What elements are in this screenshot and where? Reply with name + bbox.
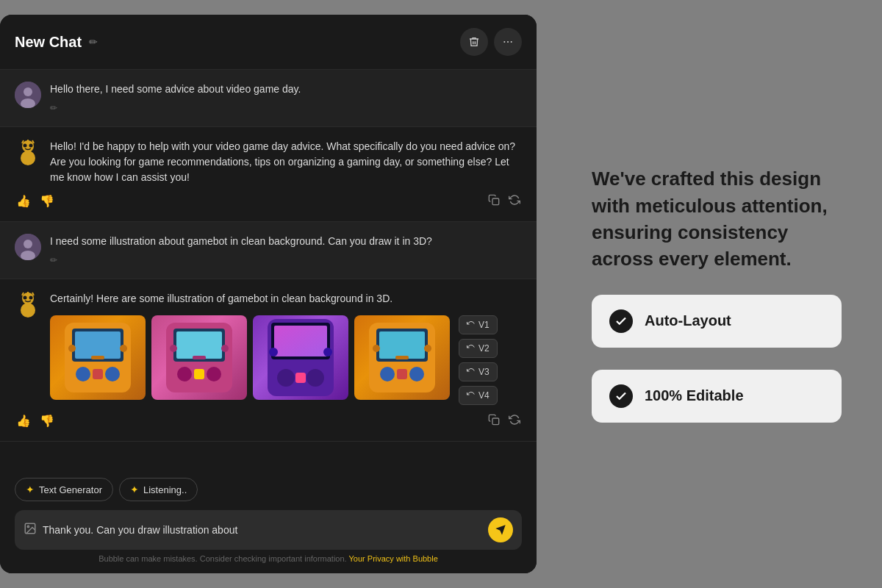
listening-button[interactable]: ✦ Listening.. [119, 478, 198, 501]
message-block-2: Hello! I'd be happy to help with your vi… [0, 127, 537, 222]
svg-point-50 [323, 348, 332, 356]
game-image-4 [354, 315, 450, 400]
svg-point-46 [277, 369, 295, 387]
editable-label: 100% Editable [645, 387, 744, 404]
svg-point-8 [24, 144, 27, 148]
chat-toolbar: ✦ Text Generator ✦ Listening.. [0, 470, 537, 506]
user-avatar-2 [15, 234, 41, 260]
thumbs-down-button-4[interactable]: 👎 [38, 412, 56, 429]
svg-point-27 [76, 367, 90, 381]
right-panel: We've crafted this design with meticulou… [551, 0, 882, 588]
svg-point-37 [207, 367, 221, 381]
message-text-3: I need some illustration about gamebot i… [50, 235, 432, 247]
thumbs-down-button-2[interactable]: 👎 [38, 193, 56, 209]
version-v1-button[interactable]: V1 [459, 315, 498, 334]
v3-label: V3 [478, 367, 490, 377]
svg-point-54 [380, 367, 395, 381]
svg-point-17 [21, 303, 35, 318]
ai-avatar-2 [15, 291, 41, 318]
version-v2-button[interactable]: V2 [459, 339, 498, 358]
disclaimer-text: Bubble can make mistakes. Consider check… [15, 550, 522, 566]
listening-label: Listening.. [143, 484, 187, 495]
svg-point-2 [511, 41, 512, 43]
chat-panel: New Chat ✏ [0, 0, 551, 588]
disclaimer-main: Bubble can make mistakes. Consider check… [98, 554, 347, 563]
image-grid: V1 V2 [50, 315, 522, 405]
copy-refresh-buttons-2 [487, 193, 522, 209]
message-input[interactable] [43, 524, 482, 536]
svg-point-39 [170, 345, 177, 352]
message-text-1: Hello there, I need some advice about vi… [50, 83, 301, 95]
svg-point-6 [21, 151, 35, 165]
messages-container: Hello there, I need some advice about vi… [0, 70, 537, 470]
header-actions [460, 28, 522, 56]
more-options-button[interactable] [494, 28, 522, 56]
svg-rect-13 [492, 198, 499, 205]
v2-label: V2 [478, 343, 490, 354]
message-block-4: Certainly! Here are some illustration of… [0, 279, 537, 442]
auto-layout-label: Auto-Layout [645, 312, 731, 329]
copy-button-2[interactable] [487, 193, 501, 209]
message-block-1: Hello there, I need some advice about vi… [0, 70, 537, 127]
text-generator-label: Text Generator [39, 484, 102, 495]
chat-header: New Chat ✏ [0, 15, 537, 70]
edit-title-icon[interactable]: ✏ [89, 36, 98, 48]
svg-point-55 [409, 367, 424, 381]
svg-point-19 [24, 296, 27, 300]
svg-point-9 [29, 144, 33, 148]
message-content-2: Hello! I'd be happy to help with your vi… [50, 139, 522, 185]
message-row-3: I need some illustration about gamebot i… [15, 234, 522, 267]
svg-rect-53 [379, 331, 425, 359]
editable-card[interactable]: 100% Editable [592, 370, 842, 423]
send-button[interactable] [488, 517, 513, 542]
delete-chat-button[interactable] [460, 28, 488, 56]
message-content-1: Hello there, I need some advice about vi… [50, 82, 522, 115]
message-actions-4: 👍 👎 [15, 412, 522, 429]
message-row-4: Certainly! Here are some illustration of… [15, 291, 522, 405]
svg-rect-29 [93, 369, 103, 379]
chat-input-area: Bubble can make mistakes. Consider check… [0, 506, 537, 573]
refresh-button-2[interactable] [507, 193, 522, 209]
reaction-buttons-2: 👍 👎 [15, 193, 56, 209]
version-v4-button[interactable]: V4 [459, 386, 498, 405]
version-v3-button[interactable]: V3 [459, 362, 498, 381]
message-content-3: I need some illustration about gamebot i… [50, 234, 522, 267]
refresh-button-4[interactable] [507, 412, 522, 429]
svg-point-20 [29, 296, 33, 300]
message-content-4: Certainly! Here are some illustration of… [50, 291, 522, 405]
chat-title-area: New Chat ✏ [15, 34, 98, 51]
svg-rect-38 [194, 369, 204, 379]
privacy-link[interactable]: Your Privacy with Bubble [349, 554, 438, 563]
svg-rect-26 [75, 331, 121, 359]
v1-label: V1 [478, 320, 490, 330]
chat-window: New Chat ✏ [0, 15, 537, 573]
sparkle-icon-2: ✦ [130, 484, 139, 495]
chat-title: New Chat [15, 34, 82, 51]
svg-point-57 [373, 345, 380, 352]
thumbs-up-button-2[interactable]: 👍 [15, 193, 32, 209]
thumbs-up-button-4[interactable]: 👍 [15, 412, 32, 429]
game-image-3 [253, 315, 348, 400]
svg-point-0 [503, 41, 505, 43]
message-edit-icon-1[interactable]: ✏ [50, 101, 522, 115]
copy-refresh-buttons-4 [487, 412, 522, 429]
game-image-1 [50, 315, 146, 400]
message-text-2: Hello! I'd be happy to help with your vi… [50, 140, 515, 183]
svg-point-58 [424, 345, 431, 352]
copy-button-4[interactable] [487, 412, 501, 429]
image-attach-icon[interactable] [24, 522, 37, 538]
svg-point-36 [177, 367, 192, 381]
svg-point-1 [507, 41, 509, 43]
svg-rect-41 [193, 356, 206, 359]
right-tagline: We've crafted this design with meticulou… [592, 165, 842, 273]
svg-point-31 [120, 345, 127, 352]
svg-rect-35 [176, 331, 222, 359]
input-wrapper [15, 510, 522, 550]
message-edit-icon-3[interactable]: ✏ [50, 254, 522, 267]
message-row-2: Hello! I'd be happy to help with your vi… [15, 139, 522, 185]
text-generator-button[interactable]: ✦ Text Generator [15, 478, 113, 501]
auto-layout-card[interactable]: Auto-Layout [592, 295, 842, 348]
svg-point-47 [306, 369, 324, 387]
svg-rect-32 [91, 356, 104, 359]
svg-point-62 [27, 526, 29, 527]
